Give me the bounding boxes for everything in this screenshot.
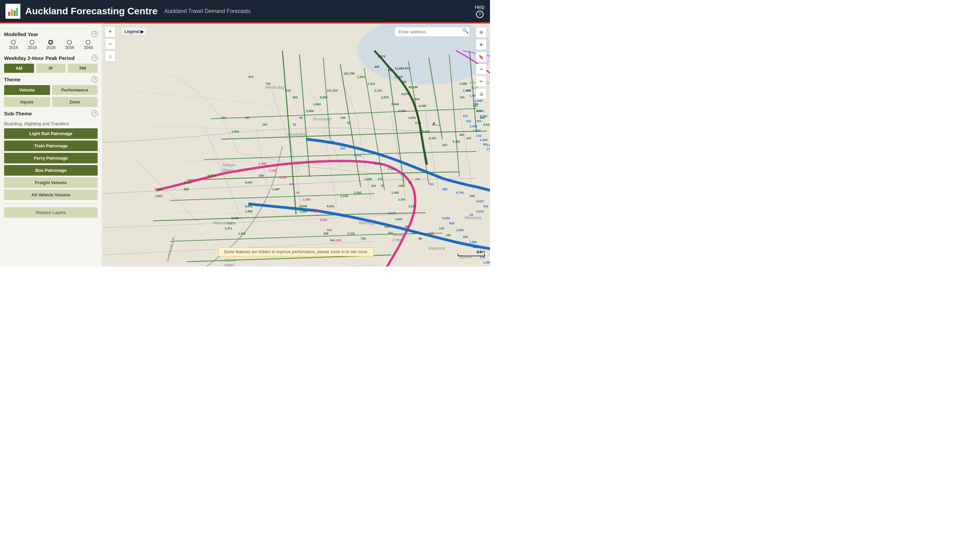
- svg-text:874: 874: [405, 67, 410, 70]
- print-button[interactable]: 🖨: [476, 88, 487, 99]
- svg-text:1,888: 1,888: [299, 210, 307, 213]
- year-2048-radio[interactable]: [86, 40, 91, 45]
- svg-text:4,744: 4,744: [456, 191, 464, 194]
- svg-text:116: 116: [439, 227, 444, 230]
- svg-text:Balmoral: Balmoral: [429, 246, 445, 251]
- theme-selector: Volume Performance Inputs Zone: [4, 85, 98, 107]
- bookmark-button[interactable]: 🔖: [476, 51, 487, 62]
- svg-text:607: 607: [401, 80, 407, 84]
- svg-text:141: 141: [466, 137, 471, 140]
- period-ip-button[interactable]: IP: [36, 64, 66, 73]
- svg-text:455: 455: [374, 65, 379, 68]
- svg-text:1,121: 1,121: [374, 89, 382, 92]
- svg-text:1,163: 1,163: [184, 181, 192, 184]
- svg-text:1,487: 1,487: [272, 188, 280, 191]
- svg-text:216: 216: [385, 225, 390, 228]
- svg-text:191: 191: [371, 184, 376, 188]
- svg-text:2,93: 2,93: [415, 121, 421, 124]
- subtheme-all-vehicle-button[interactable]: All Vehicle Volume: [4, 189, 98, 200]
- address-search-input[interactable]: [395, 27, 469, 37]
- svg-text:Remuera: Remuera: [465, 215, 482, 220]
- svg-text:3,417: 3,417: [476, 199, 484, 203]
- subtheme-bus-button[interactable]: Bus Patronage: [4, 165, 98, 176]
- svg-text:316: 316: [286, 89, 291, 92]
- restore-layers-button[interactable]: Restore Layers: [4, 207, 98, 218]
- expand-button[interactable]: ⇔: [476, 64, 487, 75]
- edit-button[interactable]: ✏: [476, 76, 487, 87]
- svg-text:1,523: 1,523: [395, 75, 402, 79]
- help-label: Help: [475, 5, 485, 10]
- svg-text:193: 193: [262, 123, 267, 126]
- map-tools-right: ⊞ ⊕ 🔖 ⇔ ✏ 🖨: [476, 27, 487, 99]
- svg-text:6,047: 6,047: [245, 181, 253, 184]
- svg-text:Eden: Eden: [392, 237, 402, 242]
- theme-section: Theme ?: [4, 76, 98, 83]
- svg-text:149: 149: [398, 184, 403, 188]
- scale-bar: 1 km: [458, 250, 485, 256]
- svg-text:1,886: 1,886: [245, 210, 253, 213]
- zoom-in-button[interactable]: +: [105, 26, 116, 37]
- subtheme-freight-button[interactable]: Freight Volume: [4, 177, 98, 188]
- year-2048-label: 2048: [84, 45, 93, 50]
- svg-text:1,112: 1,112: [347, 232, 355, 235]
- zoom-out-button[interactable]: −: [105, 38, 116, 49]
- year-2038-label: 2038: [65, 45, 74, 50]
- sidebar-collapse-button[interactable]: ‹: [99, 138, 102, 152]
- logo-icon: [8, 6, 18, 17]
- svg-text:5,597: 5,597: [155, 188, 163, 191]
- theme-zone-button[interactable]: Zone: [52, 97, 98, 107]
- svg-text:447: 447: [442, 143, 447, 147]
- theme-help-icon[interactable]: ?: [92, 76, 98, 83]
- svg-text:2,345: 2,345: [391, 102, 399, 106]
- svg-text:10,130: 10,130: [408, 86, 418, 89]
- svg-text:795: 795: [361, 237, 366, 240]
- theme-inputs-button[interactable]: Inputs: [4, 97, 50, 107]
- year-2018-radio[interactable]: [30, 40, 34, 45]
- year-2038[interactable]: 2038: [65, 40, 74, 50]
- svg-text:Westmere: Westmere: [288, 132, 306, 137]
- svg-text:3,325: 3,325: [334, 239, 341, 242]
- svg-text:300: 300: [327, 228, 332, 232]
- svg-text:147,223: 147,223: [327, 89, 338, 92]
- grid-view-button[interactable]: ⊞: [476, 27, 487, 38]
- year-2028[interactable]: 2028: [46, 40, 56, 50]
- home-button[interactable]: ⌂: [105, 51, 116, 62]
- map-container[interactable]: 784 1,544 6,030 5,597 1,507 1,163 688 6,…: [102, 24, 490, 266]
- svg-rect-0: [8, 12, 10, 16]
- svg-text:152: 152: [476, 134, 482, 137]
- year-2018[interactable]: 2018: [27, 40, 37, 50]
- year-2028-radio[interactable]: [48, 40, 53, 45]
- svg-text:100: 100: [259, 174, 264, 177]
- subtheme-train-button[interactable]: Train Patronage: [4, 140, 98, 151]
- svg-text:245: 245: [289, 183, 294, 186]
- svg-text:9,341: 9,341: [480, 115, 488, 118]
- svg-text:1,252: 1,252: [354, 191, 362, 194]
- subtheme-light-rail-button[interactable]: Light Rail Patronage: [4, 128, 98, 139]
- svg-text:5,615: 5,615: [483, 123, 490, 126]
- period-label: Weekday 2-Hour Peak Period: [4, 55, 75, 61]
- legend-button[interactable]: Legend ▶: [121, 27, 148, 36]
- modelled-year-help-icon[interactable]: ?: [92, 31, 98, 37]
- period-pm-button[interactable]: PM: [68, 64, 98, 73]
- theme-volume-button[interactable]: Volume: [4, 85, 50, 95]
- period-help-icon[interactable]: ?: [92, 55, 98, 61]
- help-button[interactable]: Help ?: [475, 5, 485, 18]
- svg-text:101: 101: [446, 234, 451, 237]
- year-2048[interactable]: 2048: [84, 40, 93, 50]
- theme-performance-button[interactable]: Performance: [52, 85, 98, 95]
- svg-text:77: 77: [487, 148, 490, 151]
- svg-text:6,030: 6,030: [208, 174, 215, 177]
- year-2038-radio[interactable]: [67, 40, 72, 45]
- year-2016[interactable]: 2016: [9, 40, 18, 50]
- svg-text:119: 119: [429, 232, 434, 235]
- layers-button[interactable]: ⊕: [476, 39, 487, 50]
- year-2016-radio[interactable]: [11, 40, 16, 45]
- scale-label: 1 km: [477, 250, 485, 254]
- svg-text:93: 93: [401, 172, 405, 176]
- svg-text:3,561: 3,561: [320, 218, 328, 221]
- period-am-button[interactable]: AM: [4, 64, 34, 73]
- subtheme-help-icon[interactable]: ?: [92, 110, 98, 116]
- svg-text:1,284: 1,284: [303, 198, 311, 201]
- modelled-year-section: Modelled Year ?: [4, 31, 98, 37]
- subtheme-ferry-button[interactable]: Ferry Patronage: [4, 153, 98, 163]
